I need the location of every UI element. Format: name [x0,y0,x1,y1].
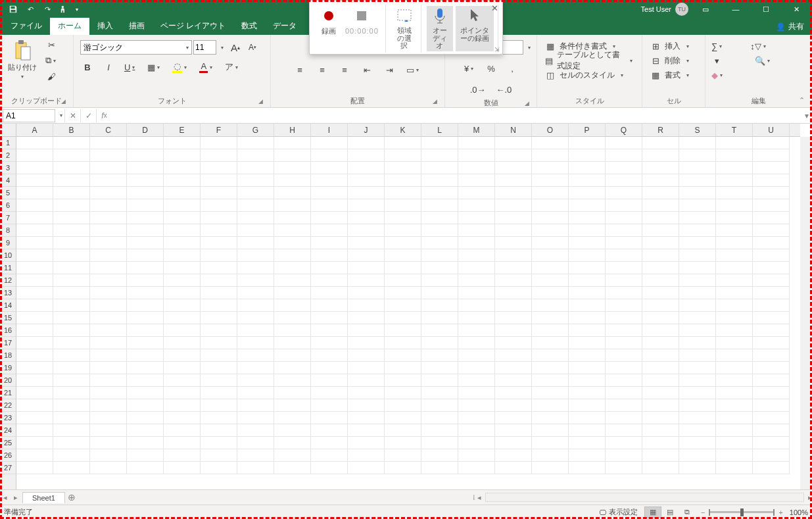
cell[interactable] [679,437,716,449]
cell[interactable] [753,424,790,437]
cell[interactable] [201,362,237,374]
cell[interactable] [385,299,421,312]
cell[interactable] [311,324,348,337]
row-header[interactable]: 26 [0,449,16,462]
cell[interactable] [458,249,495,262]
sheet-nav-prev-icon[interactable]: ◂ [0,493,11,502]
cell[interactable] [458,149,495,162]
cell[interactable] [679,349,716,362]
cell[interactable] [311,374,348,387]
cell[interactable] [753,249,790,262]
cell[interactable] [753,149,790,162]
cell[interactable] [274,374,311,387]
row-headers[interactable]: 1234567891011121314151617181920212223242… [0,137,16,489]
cell[interactable] [642,137,679,149]
cell[interactable] [274,224,311,237]
cell[interactable] [348,274,385,287]
cells-area[interactable] [16,137,800,489]
cell[interactable] [606,424,642,437]
launcher-icon[interactable]: ◢ [256,97,265,106]
cell[interactable] [311,312,348,324]
cell[interactable] [127,399,164,412]
cell[interactable] [421,224,458,237]
cell[interactable] [201,274,237,287]
cell[interactable] [127,249,164,262]
cell[interactable] [716,324,753,337]
cell[interactable] [495,224,532,237]
cell[interactable] [569,324,606,337]
cell[interactable] [716,337,753,349]
find-icon[interactable]: 🔍▾ [753,53,774,68]
cell[interactable] [458,262,495,274]
cell[interactable] [606,387,642,399]
cell[interactable] [679,174,716,187]
cell[interactable] [237,374,274,387]
cell[interactable] [201,387,237,399]
cell[interactable] [679,324,716,337]
tab-描画[interactable]: 描画 [121,18,153,35]
cell[interactable] [164,462,201,474]
cell[interactable] [716,199,753,212]
increase-decimal-icon[interactable]: .0→ [468,82,488,97]
cell[interactable] [385,362,421,374]
cell[interactable] [16,424,53,437]
cell[interactable] [201,312,237,324]
cancel-formula-icon[interactable]: ✕ [64,109,80,122]
cell[interactable] [606,212,642,224]
cell[interactable] [127,237,164,249]
cell[interactable] [237,462,274,474]
cell[interactable] [642,387,679,399]
cell[interactable] [532,212,569,224]
cell[interactable] [348,437,385,449]
cell[interactable] [274,299,311,312]
cell[interactable] [421,437,458,449]
col-header[interactable]: O [532,124,569,136]
cell[interactable] [127,212,164,224]
cell[interactable] [237,262,274,274]
cell[interactable] [569,399,606,412]
cell[interactable] [348,137,385,149]
cell[interactable] [127,162,164,174]
cell[interactable] [753,437,790,449]
cell[interactable] [569,312,606,324]
stop-button[interactable]: 00:00:00 [343,6,381,51]
cell[interactable] [679,362,716,374]
cell[interactable] [348,237,385,249]
col-header[interactable]: D [127,124,164,136]
cell[interactable] [716,262,753,274]
cell[interactable] [237,162,274,174]
cell[interactable] [90,262,127,274]
fx-icon[interactable]: fx [96,109,112,122]
row-header[interactable]: 10 [0,249,16,262]
cell[interactable] [679,312,716,324]
cell[interactable] [385,137,421,149]
spreadsheet-grid[interactable]: ABCDEFGHIJKLMNOPQRSTU 123456789101112131… [0,124,812,489]
cell[interactable] [237,187,274,199]
cell[interactable] [53,462,90,474]
cell[interactable] [532,437,569,449]
close-icon[interactable]: ✕ [491,3,498,13]
cell[interactable] [201,237,237,249]
cell[interactable] [458,199,495,212]
page-break-icon[interactable]: ⧉ [679,507,696,518]
cell[interactable] [642,187,679,199]
cell[interactable] [237,174,274,187]
cell[interactable] [421,462,458,474]
cell[interactable] [237,312,274,324]
cell[interactable] [311,224,348,237]
cell[interactable] [164,299,201,312]
cell[interactable] [127,349,164,362]
cell[interactable] [458,312,495,324]
cell[interactable] [53,262,90,274]
cell[interactable] [164,262,201,274]
cell[interactable] [458,299,495,312]
cell[interactable] [569,137,606,149]
bold-icon[interactable]: B [80,60,95,74]
cell[interactable] [127,199,164,212]
cell[interactable] [164,424,201,437]
cell[interactable] [237,224,274,237]
cell[interactable] [606,462,642,474]
cell[interactable] [385,237,421,249]
cell[interactable] [642,249,679,262]
row-header[interactable]: 17 [0,337,16,349]
